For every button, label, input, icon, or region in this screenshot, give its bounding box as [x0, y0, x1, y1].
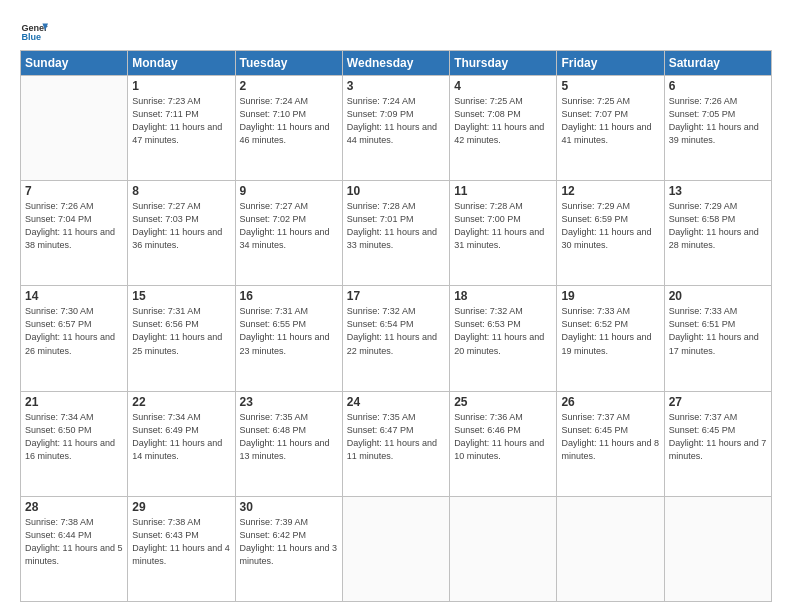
- day-info: Sunrise: 7:27 AMSunset: 7:03 PMDaylight:…: [132, 200, 230, 252]
- day-info: Sunrise: 7:33 AMSunset: 6:51 PMDaylight:…: [669, 305, 767, 357]
- day-number: 21: [25, 395, 123, 409]
- day-info: Sunrise: 7:35 AMSunset: 6:47 PMDaylight:…: [347, 411, 445, 463]
- day-info: Sunrise: 7:38 AMSunset: 6:44 PMDaylight:…: [25, 516, 123, 568]
- col-header-tuesday: Tuesday: [235, 51, 342, 76]
- day-info: Sunrise: 7:25 AMSunset: 7:08 PMDaylight:…: [454, 95, 552, 147]
- calendar-cell: 25Sunrise: 7:36 AMSunset: 6:46 PMDayligh…: [450, 391, 557, 496]
- day-number: 5: [561, 79, 659, 93]
- calendar-cell: 22Sunrise: 7:34 AMSunset: 6:49 PMDayligh…: [128, 391, 235, 496]
- day-number: 28: [25, 500, 123, 514]
- day-info: Sunrise: 7:28 AMSunset: 7:00 PMDaylight:…: [454, 200, 552, 252]
- day-number: 7: [25, 184, 123, 198]
- calendar-cell: 14Sunrise: 7:30 AMSunset: 6:57 PMDayligh…: [21, 286, 128, 391]
- calendar-cell: [664, 496, 771, 601]
- day-info: Sunrise: 7:23 AMSunset: 7:11 PMDaylight:…: [132, 95, 230, 147]
- calendar-cell: 24Sunrise: 7:35 AMSunset: 6:47 PMDayligh…: [342, 391, 449, 496]
- calendar-cell: [21, 76, 128, 181]
- logo: General Blue: [20, 18, 48, 46]
- day-number: 29: [132, 500, 230, 514]
- calendar-cell: 17Sunrise: 7:32 AMSunset: 6:54 PMDayligh…: [342, 286, 449, 391]
- day-number: 17: [347, 289, 445, 303]
- calendar-cell: 15Sunrise: 7:31 AMSunset: 6:56 PMDayligh…: [128, 286, 235, 391]
- day-info: Sunrise: 7:39 AMSunset: 6:42 PMDaylight:…: [240, 516, 338, 568]
- calendar-cell: 27Sunrise: 7:37 AMSunset: 6:45 PMDayligh…: [664, 391, 771, 496]
- day-number: 2: [240, 79, 338, 93]
- calendar-week-2: 7Sunrise: 7:26 AMSunset: 7:04 PMDaylight…: [21, 181, 772, 286]
- calendar-cell: 18Sunrise: 7:32 AMSunset: 6:53 PMDayligh…: [450, 286, 557, 391]
- logo-icon: General Blue: [20, 18, 48, 46]
- day-info: Sunrise: 7:25 AMSunset: 7:07 PMDaylight:…: [561, 95, 659, 147]
- day-info: Sunrise: 7:38 AMSunset: 6:43 PMDaylight:…: [132, 516, 230, 568]
- day-info: Sunrise: 7:33 AMSunset: 6:52 PMDaylight:…: [561, 305, 659, 357]
- col-header-thursday: Thursday: [450, 51, 557, 76]
- col-header-sunday: Sunday: [21, 51, 128, 76]
- calendar-cell: [450, 496, 557, 601]
- day-info: Sunrise: 7:31 AMSunset: 6:55 PMDaylight:…: [240, 305, 338, 357]
- calendar-cell: [342, 496, 449, 601]
- day-info: Sunrise: 7:34 AMSunset: 6:50 PMDaylight:…: [25, 411, 123, 463]
- calendar-header-row: SundayMondayTuesdayWednesdayThursdayFrid…: [21, 51, 772, 76]
- calendar-week-5: 28Sunrise: 7:38 AMSunset: 6:44 PMDayligh…: [21, 496, 772, 601]
- calendar-cell: 12Sunrise: 7:29 AMSunset: 6:59 PMDayligh…: [557, 181, 664, 286]
- day-number: 22: [132, 395, 230, 409]
- day-info: Sunrise: 7:27 AMSunset: 7:02 PMDaylight:…: [240, 200, 338, 252]
- day-info: Sunrise: 7:32 AMSunset: 6:53 PMDaylight:…: [454, 305, 552, 357]
- calendar-cell: 7Sunrise: 7:26 AMSunset: 7:04 PMDaylight…: [21, 181, 128, 286]
- calendar-cell: 13Sunrise: 7:29 AMSunset: 6:58 PMDayligh…: [664, 181, 771, 286]
- day-info: Sunrise: 7:28 AMSunset: 7:01 PMDaylight:…: [347, 200, 445, 252]
- day-number: 12: [561, 184, 659, 198]
- day-info: Sunrise: 7:35 AMSunset: 6:48 PMDaylight:…: [240, 411, 338, 463]
- calendar-cell: 29Sunrise: 7:38 AMSunset: 6:43 PMDayligh…: [128, 496, 235, 601]
- calendar-cell: 6Sunrise: 7:26 AMSunset: 7:05 PMDaylight…: [664, 76, 771, 181]
- day-info: Sunrise: 7:36 AMSunset: 6:46 PMDaylight:…: [454, 411, 552, 463]
- calendar-cell: 11Sunrise: 7:28 AMSunset: 7:00 PMDayligh…: [450, 181, 557, 286]
- calendar-cell: 19Sunrise: 7:33 AMSunset: 6:52 PMDayligh…: [557, 286, 664, 391]
- day-info: Sunrise: 7:26 AMSunset: 7:05 PMDaylight:…: [669, 95, 767, 147]
- calendar-table: SundayMondayTuesdayWednesdayThursdayFrid…: [20, 50, 772, 602]
- day-number: 24: [347, 395, 445, 409]
- calendar-cell: 16Sunrise: 7:31 AMSunset: 6:55 PMDayligh…: [235, 286, 342, 391]
- day-number: 13: [669, 184, 767, 198]
- header: General Blue: [20, 18, 772, 46]
- day-number: 4: [454, 79, 552, 93]
- col-header-wednesday: Wednesday: [342, 51, 449, 76]
- day-info: Sunrise: 7:24 AMSunset: 7:09 PMDaylight:…: [347, 95, 445, 147]
- day-info: Sunrise: 7:29 AMSunset: 6:59 PMDaylight:…: [561, 200, 659, 252]
- calendar-cell: 10Sunrise: 7:28 AMSunset: 7:01 PMDayligh…: [342, 181, 449, 286]
- day-info: Sunrise: 7:26 AMSunset: 7:04 PMDaylight:…: [25, 200, 123, 252]
- calendar-cell: 23Sunrise: 7:35 AMSunset: 6:48 PMDayligh…: [235, 391, 342, 496]
- day-info: Sunrise: 7:37 AMSunset: 6:45 PMDaylight:…: [669, 411, 767, 463]
- day-info: Sunrise: 7:30 AMSunset: 6:57 PMDaylight:…: [25, 305, 123, 357]
- day-number: 23: [240, 395, 338, 409]
- calendar-cell: 8Sunrise: 7:27 AMSunset: 7:03 PMDaylight…: [128, 181, 235, 286]
- day-number: 8: [132, 184, 230, 198]
- day-number: 30: [240, 500, 338, 514]
- calendar-cell: [557, 496, 664, 601]
- svg-text:Blue: Blue: [21, 32, 41, 42]
- day-number: 11: [454, 184, 552, 198]
- day-info: Sunrise: 7:37 AMSunset: 6:45 PMDaylight:…: [561, 411, 659, 463]
- calendar-week-3: 14Sunrise: 7:30 AMSunset: 6:57 PMDayligh…: [21, 286, 772, 391]
- day-number: 10: [347, 184, 445, 198]
- day-number: 9: [240, 184, 338, 198]
- calendar-cell: 9Sunrise: 7:27 AMSunset: 7:02 PMDaylight…: [235, 181, 342, 286]
- day-number: 19: [561, 289, 659, 303]
- day-info: Sunrise: 7:24 AMSunset: 7:10 PMDaylight:…: [240, 95, 338, 147]
- calendar-cell: 20Sunrise: 7:33 AMSunset: 6:51 PMDayligh…: [664, 286, 771, 391]
- calendar-cell: 30Sunrise: 7:39 AMSunset: 6:42 PMDayligh…: [235, 496, 342, 601]
- calendar-cell: 3Sunrise: 7:24 AMSunset: 7:09 PMDaylight…: [342, 76, 449, 181]
- calendar-cell: 2Sunrise: 7:24 AMSunset: 7:10 PMDaylight…: [235, 76, 342, 181]
- calendar-cell: 1Sunrise: 7:23 AMSunset: 7:11 PMDaylight…: [128, 76, 235, 181]
- day-number: 20: [669, 289, 767, 303]
- day-number: 6: [669, 79, 767, 93]
- calendar-page: General Blue SundayMondayTuesdayWednesda…: [0, 0, 792, 612]
- day-number: 3: [347, 79, 445, 93]
- calendar-cell: 4Sunrise: 7:25 AMSunset: 7:08 PMDaylight…: [450, 76, 557, 181]
- day-number: 16: [240, 289, 338, 303]
- calendar-cell: 5Sunrise: 7:25 AMSunset: 7:07 PMDaylight…: [557, 76, 664, 181]
- day-info: Sunrise: 7:32 AMSunset: 6:54 PMDaylight:…: [347, 305, 445, 357]
- day-number: 1: [132, 79, 230, 93]
- day-number: 18: [454, 289, 552, 303]
- day-number: 15: [132, 289, 230, 303]
- col-header-friday: Friday: [557, 51, 664, 76]
